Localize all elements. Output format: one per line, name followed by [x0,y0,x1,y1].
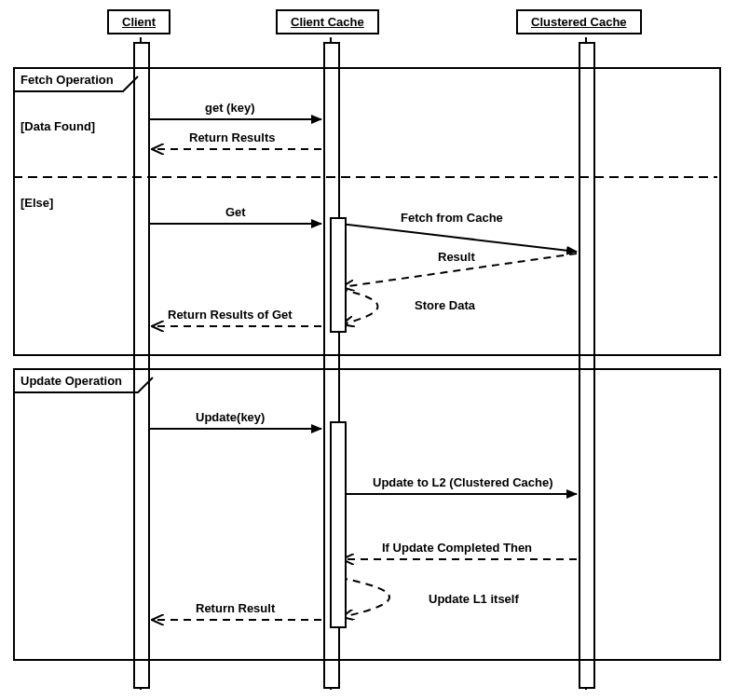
activation-client-cache-fetch [330,217,347,333]
msg-store-data: Store Data [415,298,475,312]
participant-client-label: Client [122,15,156,29]
frame-update-label-text: Update Operation [20,374,122,388]
sequence-diagram: Client Client Cache Clustered Cache Fetc… [0,0,736,700]
participant-client-cache: Client Cache [276,9,379,34]
participant-clustered-cache-label: Clustered Cache [531,15,627,29]
activation-client-cache-update [330,421,347,628]
participant-client-cache-label: Client Cache [291,15,364,29]
msg-return-results-1: Return Results [189,130,275,144]
frame-update-label: Update Operation [15,370,131,391]
msg-return-results-of-get: Return Results of Get [168,308,293,322]
msg-update-key: Update(key) [196,410,265,424]
frame-update [13,368,721,661]
participant-client: Client [107,9,170,34]
frame-fetch-label-text: Fetch Operation [20,73,114,87]
guard-else: [Else] [20,196,53,210]
msg-fetch-from-cache: Fetch from Cache [401,211,503,225]
msg-return-result: Return Result [196,601,275,615]
msg-result: Result [438,250,475,264]
msg-if-update-completed: If Update Completed Then [382,541,532,555]
msg-get-key: get (key) [205,101,254,115]
msg-update-l1-itself: Update L1 itself [429,592,519,606]
msg-get: Get [225,205,246,219]
participant-clustered-cache: Clustered Cache [516,9,642,34]
frame-fetch [13,67,721,356]
msg-update-to-l2: Update to L2 (Clustered Cache) [373,475,553,489]
guard-data-found: [Data Found] [20,119,95,133]
guard-else-text: [Else] [20,196,53,210]
frame-fetch-label: Fetch Operation [15,69,123,90]
guard-data-found-text: [Data Found] [20,119,95,133]
